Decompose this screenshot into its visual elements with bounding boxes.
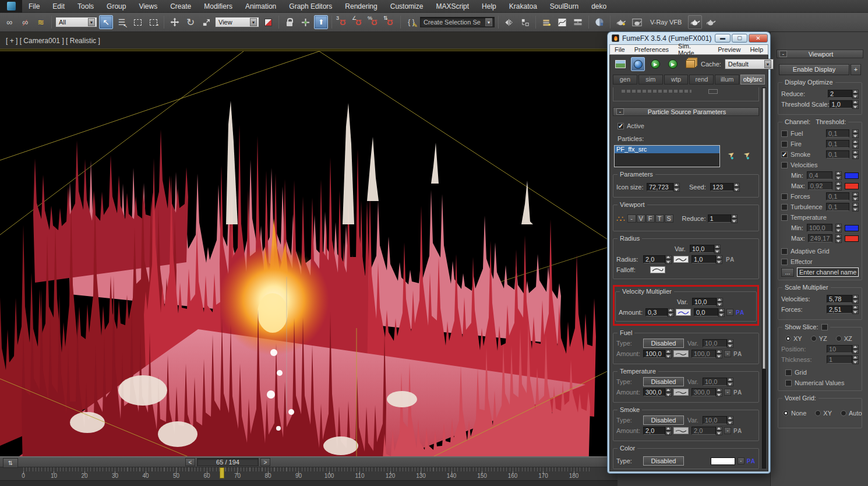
- adaptive-grid-checkbox[interactable]: [781, 248, 788, 255]
- thickness-spinner[interactable]: [852, 355, 859, 364]
- fumefx-menu-item[interactable]: File: [610, 46, 630, 53]
- previous-frame-button[interactable]: <: [185, 458, 195, 466]
- threshold-scale-spinner[interactable]: [852, 100, 859, 109]
- velocity-var-field[interactable]: 10,0: [692, 298, 717, 306]
- var-field[interactable]: 10,0: [703, 339, 727, 347]
- menu-item[interactable]: Graph Editors: [283, 0, 338, 13]
- var-spinner[interactable]: [727, 378, 733, 386]
- amount-spinner[interactable]: [665, 388, 672, 397]
- slice-plane-option[interactable]: XZ: [836, 335, 852, 342]
- pa-toggle[interactable]: PA: [736, 309, 744, 316]
- numerical-values-checkbox[interactable]: [785, 380, 792, 386]
- menu-item[interactable]: Krakatoa: [503, 0, 544, 13]
- start-wtp-simulation-icon[interactable]: ▶: [666, 57, 680, 71]
- display-mode-f-button[interactable]: F: [646, 214, 655, 223]
- velocities-checkbox[interactable]: [781, 162, 788, 168]
- select-and-scale-icon[interactable]: [199, 15, 213, 29]
- var2-field[interactable]: 100,0: [691, 350, 716, 358]
- fumefx-menu-item[interactable]: Help: [745, 46, 768, 53]
- select-and-move-icon[interactable]: [168, 15, 182, 29]
- reduce-field[interactable]: 1: [708, 214, 731, 223]
- type-button[interactable]: Disabled: [643, 415, 684, 425]
- layer-manager-icon[interactable]: [539, 15, 553, 29]
- window-crossing-icon[interactable]: ▪: [146, 15, 160, 29]
- effector-checkbox[interactable]: [781, 259, 788, 265]
- position-field[interactable]: 10: [827, 345, 852, 353]
- menu-item[interactable]: Modifiers: [197, 0, 239, 13]
- select-and-manipulate-icon[interactable]: [298, 15, 312, 29]
- menu-item[interactable]: Help: [475, 0, 503, 13]
- radio-icon[interactable]: [841, 410, 846, 416]
- fumefx-tab[interactable]: wtp: [664, 75, 689, 84]
- minus-button[interactable]: -: [724, 389, 731, 396]
- display-mode-none-button[interactable]: -: [627, 214, 636, 223]
- selection-filter-dropdown[interactable]: All▼: [55, 17, 97, 27]
- current-frame-display[interactable]: 65 / 194: [197, 458, 259, 466]
- particle-list-item[interactable]: PF_ffx_src: [615, 146, 719, 153]
- seed-spinner[interactable]: [733, 183, 740, 192]
- voxel-grid-option[interactable]: XY: [815, 410, 832, 417]
- var2-field[interactable]: 2,0: [691, 427, 716, 435]
- active-checkbox[interactable]: [618, 123, 624, 129]
- schematic-view-icon[interactable]: [571, 15, 585, 29]
- threshold-scale-field[interactable]: 1,0: [830, 100, 852, 108]
- curve-editor-icon[interactable]: [555, 15, 569, 29]
- absolute-offset-toggle-icon[interactable]: ⬆: [314, 15, 328, 29]
- velocities-max-field[interactable]: 0,92: [808, 182, 832, 190]
- var2-spinner[interactable]: [716, 388, 722, 397]
- named-selection-sets-dropdown[interactable]: Create Selection Se▼: [420, 17, 495, 27]
- icon-size-field[interactable]: 72,723: [647, 183, 673, 191]
- var-spinner[interactable]: [727, 416, 733, 425]
- radio-icon[interactable]: [836, 336, 842, 341]
- radio-icon[interactable]: [783, 410, 789, 416]
- velocity-minus-button[interactable]: -: [726, 309, 733, 316]
- menu-item[interactable]: Tools: [71, 0, 100, 13]
- 3dsmax-logo[interactable]: [0, 0, 22, 13]
- threshold-field[interactable]: 0,1: [826, 150, 849, 159]
- position-spinner[interactable]: [852, 345, 859, 354]
- threshold-field[interactable]: 0,1: [826, 192, 849, 200]
- menu-item[interactable]: Customize: [384, 0, 430, 13]
- velocities-scale-spinner[interactable]: [852, 295, 859, 304]
- camera-viewport[interactable]: [ + ] [ Camera001 ] [ Realistic ]: [0, 32, 616, 456]
- menu-item[interactable]: Group: [100, 0, 132, 13]
- viewport-label[interactable]: [ + ] [ Camera001 ] [ Realistic ]: [0, 32, 616, 50]
- velocity-var-spinner[interactable]: [717, 298, 723, 307]
- enable-display-button[interactable]: Enable Display: [779, 64, 849, 75]
- thickness-field[interactable]: 1: [827, 355, 852, 364]
- select-and-rotate-icon[interactable]: ↻: [184, 15, 197, 29]
- radio-icon[interactable]: [785, 336, 791, 341]
- velocity-amount-field[interactable]: 0,3: [645, 308, 668, 316]
- radius-var2-spinner[interactable]: [716, 255, 722, 264]
- menu-item[interactable]: File: [22, 0, 46, 13]
- temperature-max-spinner[interactable]: [835, 234, 842, 243]
- amount-spinner[interactable]: [665, 427, 672, 435]
- radio-icon[interactable]: [815, 410, 821, 416]
- amount-field[interactable]: 300,0: [643, 388, 665, 396]
- color-swatch[interactable]: [711, 457, 735, 465]
- pa-toggle[interactable]: PA: [747, 458, 756, 464]
- icon-size-spinner[interactable]: [673, 183, 680, 192]
- temperature-min-field[interactable]: 100,0: [807, 224, 832, 232]
- var-field[interactable]: 10,0: [703, 416, 727, 424]
- fumefx-tab[interactable]: gen: [613, 75, 637, 84]
- percent-snap-toggle-icon[interactable]: %Ω: [367, 15, 381, 29]
- velocity-var2-field[interactable]: 0,0: [694, 308, 718, 316]
- seed-field[interactable]: 123: [710, 183, 733, 191]
- amount-curve-button[interactable]: [673, 427, 689, 434]
- temperature-min-color-swatch[interactable]: [845, 225, 859, 231]
- pa-toggle[interactable]: PA: [733, 351, 742, 357]
- select-and-link-icon[interactable]: ∞: [2, 15, 16, 29]
- voxel-grid-option[interactable]: Auto: [841, 410, 862, 417]
- viewport-rollout-header[interactable]: - Viewport: [777, 50, 863, 58]
- menu-item[interactable]: deko: [585, 0, 613, 13]
- threshold-field[interactable]: 0,1: [826, 129, 849, 138]
- display-mode-v-button[interactable]: V: [637, 214, 645, 223]
- collapse-icon[interactable]: -: [779, 51, 787, 57]
- radius-var-spinner[interactable]: [714, 245, 721, 253]
- fumefx-tab[interactable]: illum: [715, 75, 739, 84]
- menu-item[interactable]: SoulBurn: [544, 0, 585, 13]
- browse-channel-button[interactable]: ...: [781, 268, 794, 277]
- fumefx-menu-item[interactable]: Preview: [713, 46, 745, 53]
- velocities-min-field[interactable]: 0,4: [807, 171, 832, 179]
